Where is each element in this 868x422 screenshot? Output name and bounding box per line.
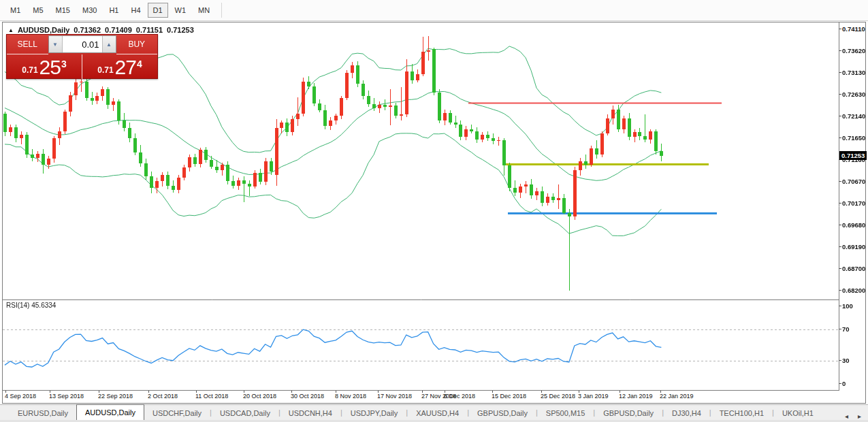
ohlc-close: 0.71253 xyxy=(167,26,194,34)
timeframe-button-h4[interactable]: H4 xyxy=(125,3,146,18)
tab-audusd-daily[interactable]: AUDUSD,Daily xyxy=(76,404,144,420)
date-tick-label: 22 Jan 2019 xyxy=(660,393,694,400)
date-tick-label: 4 Sep 2018 xyxy=(5,393,36,400)
price-tick-label: 0.72140 xyxy=(842,112,865,120)
date-tick-label: 22 Sep 2018 xyxy=(98,393,133,400)
price-tick-label: 0.71650 xyxy=(842,134,865,142)
rsi-tick-label: 0 xyxy=(842,380,846,387)
tab-sp500-m15[interactable]: SP500,M15 xyxy=(538,406,593,420)
tab-gbpusd-daily[interactable]: GBPUSD,Daily xyxy=(595,406,662,420)
tab-scroll-left-icon[interactable]: ◂ xyxy=(845,412,848,420)
rsi-tick-label: 70 xyxy=(842,325,850,333)
sell-button[interactable]: SELL xyxy=(7,35,48,54)
sell-price-panel[interactable]: 0.71 25 3 xyxy=(7,54,82,79)
toolbar-divider xyxy=(221,3,222,18)
tab-eurusd-daily[interactable]: EURUSD,Daily xyxy=(10,406,76,420)
timeframe-button-m30[interactable]: M30 xyxy=(77,3,102,18)
volume-stepper: ▼ 0.01 ▲ xyxy=(48,35,116,53)
price-tick-label: 0.68700 xyxy=(842,265,865,272)
date-tick-label: 15 Dec 2018 xyxy=(492,393,526,400)
tab-scroll-controls: ◂ ▸ xyxy=(845,412,868,420)
tab-tech100-h1[interactable]: TECH100,H1 xyxy=(711,406,772,420)
buy-price-prefix: 0.71 xyxy=(97,65,113,75)
date-tick-label: 2 Oct 2018 xyxy=(148,393,178,400)
timeframe-button-h1[interactable]: H1 xyxy=(103,3,124,18)
tab-usdchf-daily[interactable]: USDCHF,Daily xyxy=(144,406,210,420)
date-axis: 4 Sep 201813 Sep 201822 Sep 20182 Oct 20… xyxy=(3,391,839,403)
timeframe-button-m5[interactable]: M5 xyxy=(27,3,48,18)
price-tick-label: 0.70670 xyxy=(842,178,865,185)
tab-gbpusd-daily[interactable]: GBPUSD,Daily xyxy=(469,406,536,420)
sell-price-point: 3 xyxy=(61,59,67,69)
timeframe-button-m15[interactable]: M15 xyxy=(50,3,76,18)
up-arrow-icon: ▲ xyxy=(8,27,14,33)
price-tick-label: 0.73620 xyxy=(842,47,865,54)
price-tick-label: 0.69190 xyxy=(842,243,865,250)
buy-price-panel[interactable]: 0.71 27 4 xyxy=(82,54,157,79)
ohlc-open: 0.71362 xyxy=(74,26,101,34)
date-tick-label: 6 Dec 2018 xyxy=(444,393,475,400)
tab-usdcad-daily[interactable]: USDCAD,Daily xyxy=(212,406,278,420)
buy-button[interactable]: BUY xyxy=(116,35,158,54)
buy-price-point: 4 xyxy=(137,59,142,69)
symbol-tabbar: EURUSD,DailyAUDUSD,DailyUSDCHF,Daily|USD… xyxy=(0,404,868,420)
timeframe-button-d1[interactable]: D1 xyxy=(148,3,168,18)
date-tick-label: 8 Nov 2018 xyxy=(335,393,366,400)
price-tick-label: 0.74110 xyxy=(842,25,865,33)
price-tick-label: 0.70170 xyxy=(842,199,865,207)
tab-scroll-right-icon[interactable]: ▸ xyxy=(858,412,861,420)
volume-input[interactable]: 0.01 xyxy=(63,36,102,52)
buy-price-pips: 27 xyxy=(115,57,136,78)
ohlc-low: 0.71151 xyxy=(136,26,163,34)
price-tick-label: 0.69680 xyxy=(842,221,865,229)
price-tick-label: 0.72630 xyxy=(842,91,865,98)
rsi-indicator-label: RSI(14) 45.6334 xyxy=(6,302,56,309)
sell-price-pips: 25 xyxy=(39,57,61,78)
tab-xauusd-h4[interactable]: XAUUSD,H4 xyxy=(408,406,467,420)
date-tick-label: 20 Oct 2018 xyxy=(243,393,276,400)
date-tick-label: 13 Sep 2018 xyxy=(49,393,84,400)
date-tick-label: 30 Oct 2018 xyxy=(291,393,324,400)
rsi-tick-label: 100 xyxy=(842,302,853,310)
sell-price-prefix: 0.71 xyxy=(22,65,37,75)
tab-usdcnh-h4[interactable]: USDCNH,H4 xyxy=(280,406,340,420)
volume-decrease-icon[interactable]: ▼ xyxy=(49,36,63,52)
chart-window: ▲ AUDUSD,Daily 0.71362 0.71409 0.71151 0… xyxy=(2,22,866,404)
date-tick-label: 25 Dec 2018 xyxy=(541,393,575,400)
timeframe-button-m1[interactable]: M1 xyxy=(5,3,26,18)
date-tick-label: 11 Oct 2018 xyxy=(195,393,228,400)
price-tick-label: 0.68200 xyxy=(842,287,865,294)
chart-symbol-label: AUDUSD,Daily xyxy=(18,26,69,34)
trading-platform: M1M5M15M30H1H4D1W1MN ▲ AUDUSD,Daily 0.71… xyxy=(0,0,868,422)
ohlc-high: 0.71409 xyxy=(105,26,132,34)
current-price-badge: 0.71253 xyxy=(839,151,867,160)
rsi-tick-label: 30 xyxy=(842,357,850,364)
date-tick-label: 17 Nov 2018 xyxy=(377,393,412,400)
price-tick-label: 0.73130 xyxy=(842,69,865,76)
date-tick-label: 3 Jan 2019 xyxy=(578,393,609,400)
tab-ukoil-h1[interactable]: UKOil,H1 xyxy=(774,406,822,420)
one-click-trading-widget: SELL ▼ 0.01 ▲ BUY 0.71 25 3 0.71 27 4 xyxy=(6,34,158,79)
tab-dj30-h4[interactable]: DJ30,H4 xyxy=(664,406,709,420)
volume-increase-icon[interactable]: ▲ xyxy=(102,36,116,52)
timeframe-button-w1[interactable]: W1 xyxy=(170,3,192,18)
chart-header: ▲ AUDUSD,Daily 0.71362 0.71409 0.71151 0… xyxy=(8,26,194,34)
date-tick-label: 12 Jan 2019 xyxy=(619,393,653,400)
timeframe-toolbar: M1M5M15M30H1H4D1W1MN xyxy=(0,0,868,21)
tab-usdjpy-daily[interactable]: USDJPY,Daily xyxy=(342,406,406,420)
timeframe-button-mn[interactable]: MN xyxy=(193,3,215,18)
